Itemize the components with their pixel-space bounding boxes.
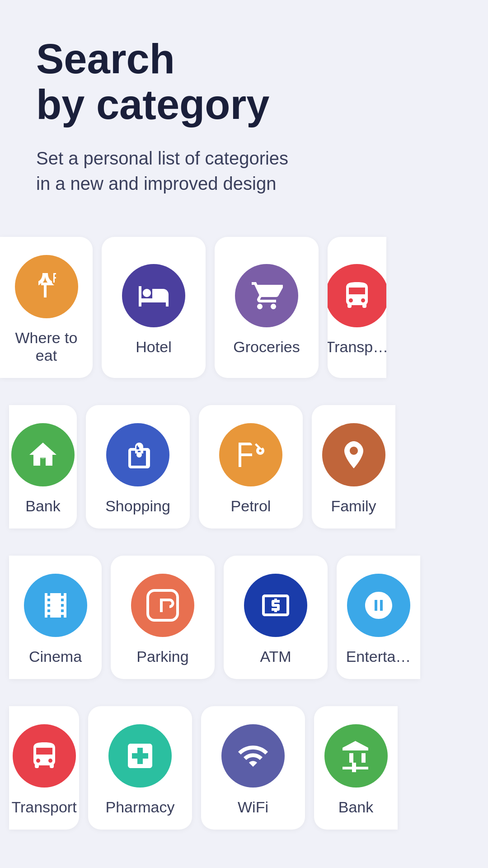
atm-icon	[244, 574, 307, 637]
petrol-icon	[219, 423, 282, 486]
category-pharmacy[interactable]: Pharmacy	[88, 706, 192, 830]
category-where-to-eat[interactable]: Where to eat	[0, 237, 93, 378]
wifi-icon	[221, 724, 285, 788]
petrol-label: Petrol	[231, 497, 271, 515]
category-petrol[interactable]: Petrol	[199, 405, 303, 528]
category-bank2-partial[interactable]: Bank	[314, 706, 398, 830]
bank-label-partial-left: Bank	[25, 497, 61, 515]
where-to-eat-label: Where to eat	[9, 329, 84, 364]
category-hotel[interactable]: Hotel	[102, 237, 206, 378]
wifi-label: WiFi	[238, 798, 268, 816]
category-shopping[interactable]: Shopping	[86, 405, 190, 528]
groceries-label: Groceries	[233, 338, 300, 356]
family-label: Family	[331, 497, 376, 515]
where-to-eat-icon	[15, 255, 78, 318]
pharmacy-icon	[108, 724, 172, 788]
category-entertainment-partial[interactable]: Enterta…	[337, 556, 420, 679]
header: Search by category Set a personal list o…	[0, 0, 488, 219]
bank-icon-partial-left	[11, 423, 75, 486]
category-transport-partial[interactable]: Transp…	[328, 237, 386, 378]
family-icon	[322, 423, 385, 486]
category-wifi[interactable]: WiFi	[201, 706, 305, 830]
category-grid: Where to eat Hotel Groceries Transp…	[0, 219, 488, 857]
atm-label: ATM	[260, 648, 291, 665]
category-family-partial[interactable]: Family	[312, 405, 395, 528]
category-row-2: Bank Shopping Petrol Family	[0, 396, 488, 538]
transport-icon-partial	[328, 264, 386, 327]
cinema-label: Cinema	[29, 648, 82, 665]
category-transport-partial-left[interactable]: Transport	[9, 706, 79, 830]
page-title: Search by category	[36, 36, 452, 127]
category-row-1: Where to eat Hotel Groceries Transp…	[0, 228, 488, 387]
parking-label: Parking	[136, 648, 188, 665]
category-cinema[interactable]: Cinema	[9, 556, 102, 679]
entertainment-icon	[347, 574, 410, 637]
category-groceries[interactable]: Groceries	[215, 237, 319, 378]
cinema-icon	[24, 574, 87, 637]
transport-label-partial: Transp…	[328, 338, 386, 356]
category-row-3: Cinema Parking ATM Enterta…	[0, 547, 488, 688]
pharmacy-label: Pharmacy	[105, 798, 174, 816]
category-bank-partial-left[interactable]: Bank	[9, 405, 77, 528]
hotel-icon	[122, 264, 185, 327]
shopping-icon	[106, 423, 169, 486]
page-subtitle: Set a personal list of categoriesin a ne…	[36, 146, 452, 196]
category-row-4: Transport Pharmacy WiFi Bank	[0, 697, 488, 839]
transport2-label: Transport	[11, 798, 76, 816]
hotel-label: Hotel	[136, 338, 171, 356]
category-parking[interactable]: Parking	[111, 556, 215, 679]
parking-icon	[131, 574, 194, 637]
groceries-icon	[235, 264, 298, 327]
bank2-icon	[324, 724, 388, 788]
entertainment-label-partial: Enterta…	[346, 648, 411, 665]
shopping-label: Shopping	[105, 497, 170, 515]
category-atm[interactable]: ATM	[224, 556, 328, 679]
bank2-label: Bank	[338, 798, 374, 816]
transport2-icon	[13, 724, 76, 788]
